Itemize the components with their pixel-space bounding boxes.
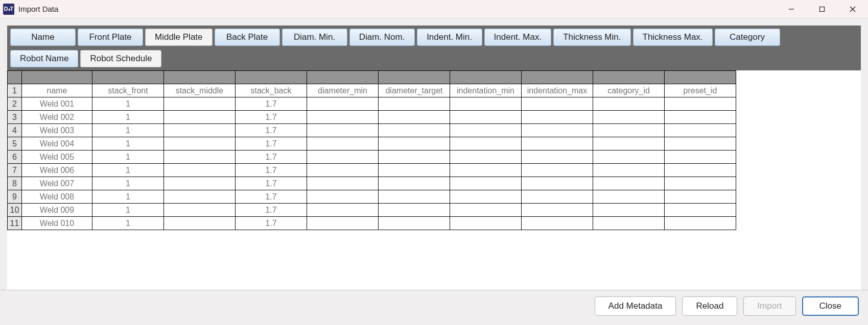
maximize-button[interactable]	[807, 0, 837, 18]
row-number[interactable]: 7	[8, 164, 22, 177]
column-button-indent-min-[interactable]: Indent. Min.	[417, 29, 482, 46]
column-header-blank[interactable]	[22, 71, 92, 84]
cell[interactable]: 1	[92, 164, 164, 177]
cell[interactable]	[665, 164, 736, 177]
column-header-blank[interactable]	[450, 71, 522, 84]
cell[interactable]	[379, 97, 450, 111]
cell[interactable]	[450, 190, 522, 204]
cell[interactable]: 1.7	[236, 124, 307, 137]
cell[interactable]: 1	[92, 151, 164, 164]
cell[interactable]	[593, 164, 665, 177]
cell[interactable]: Weld 002	[22, 111, 92, 124]
column-header-blank[interactable]	[307, 71, 379, 84]
cell[interactable]	[522, 97, 593, 111]
column-header-blank[interactable]	[164, 71, 236, 84]
cell[interactable]	[307, 164, 379, 177]
column-header-blank[interactable]	[593, 71, 665, 84]
cell[interactable]	[522, 177, 593, 190]
cell[interactable]	[307, 151, 379, 164]
cell[interactable]	[450, 151, 522, 164]
column-button-robot-schedule[interactable]: Robot Schedule	[80, 50, 161, 67]
cell[interactable]: 1.7	[236, 217, 307, 230]
cell[interactable]	[450, 97, 522, 111]
row-number[interactable]: 10	[8, 204, 22, 217]
cell[interactable]	[379, 204, 450, 217]
cell[interactable]: 1.7	[236, 190, 307, 204]
cell[interactable]: 1.7	[236, 177, 307, 190]
cell[interactable]	[665, 204, 736, 217]
cell[interactable]	[593, 137, 665, 151]
cell[interactable]	[450, 177, 522, 190]
column-header-blank[interactable]	[665, 71, 736, 84]
cell[interactable]	[593, 97, 665, 111]
field-header[interactable]: preset_id	[665, 84, 736, 97]
cell[interactable]	[307, 204, 379, 217]
cell[interactable]	[164, 177, 236, 190]
cell[interactable]	[379, 190, 450, 204]
column-button-robot-name[interactable]: Robot Name	[10, 50, 78, 67]
field-header[interactable]: indentation_max	[522, 84, 593, 97]
column-header-blank[interactable]	[522, 71, 593, 84]
cell[interactable]	[450, 137, 522, 151]
row-number[interactable]: 3	[8, 111, 22, 124]
minimize-button[interactable]	[776, 0, 807, 18]
cell[interactable]	[593, 190, 665, 204]
column-button-category[interactable]: Category	[715, 29, 780, 46]
cell[interactable]	[379, 217, 450, 230]
field-header[interactable]: stack_back	[236, 84, 307, 97]
cell[interactable]: 1	[92, 177, 164, 190]
cell[interactable]	[522, 190, 593, 204]
cell[interactable]: 1	[92, 124, 164, 137]
cell[interactable]	[307, 137, 379, 151]
column-header-blank[interactable]	[379, 71, 450, 84]
cell[interactable]	[379, 137, 450, 151]
cell[interactable]	[164, 190, 236, 204]
cell[interactable]	[164, 137, 236, 151]
row-number[interactable]: 8	[8, 177, 22, 190]
cell[interactable]	[522, 217, 593, 230]
cell[interactable]	[593, 177, 665, 190]
cell[interactable]	[307, 111, 379, 124]
corner-cell[interactable]	[8, 71, 22, 84]
cell[interactable]	[450, 111, 522, 124]
cell[interactable]	[164, 97, 236, 111]
cell[interactable]	[164, 111, 236, 124]
cell[interactable]	[665, 190, 736, 204]
cell[interactable]	[665, 137, 736, 151]
cell[interactable]: Weld 010	[22, 217, 92, 230]
close-button[interactable]: Close	[802, 296, 859, 316]
row-number[interactable]: 1	[8, 84, 22, 97]
cell[interactable]: Weld 006	[22, 164, 92, 177]
cell[interactable]	[164, 151, 236, 164]
cell[interactable]: 1	[92, 204, 164, 217]
cell[interactable]: Weld 009	[22, 204, 92, 217]
row-number[interactable]: 4	[8, 124, 22, 137]
cell[interactable]	[164, 124, 236, 137]
cell[interactable]	[307, 190, 379, 204]
field-header[interactable]: stack_middle	[164, 84, 236, 97]
cell[interactable]	[307, 124, 379, 137]
cell[interactable]	[450, 204, 522, 217]
field-header[interactable]: diameter_min	[307, 84, 379, 97]
cell[interactable]	[379, 177, 450, 190]
column-button-diam-min-[interactable]: Diam. Min.	[282, 29, 347, 46]
cell[interactable]: 1.7	[236, 111, 307, 124]
row-number[interactable]: 2	[8, 97, 22, 111]
cell[interactable]	[665, 97, 736, 111]
field-header[interactable]: indentation_min	[450, 84, 522, 97]
cell[interactable]	[593, 204, 665, 217]
column-header-blank[interactable]	[236, 71, 307, 84]
cell[interactable]	[593, 124, 665, 137]
cell[interactable]	[307, 177, 379, 190]
cell[interactable]: Weld 008	[22, 190, 92, 204]
reload-button[interactable]: Reload	[682, 296, 737, 316]
cell[interactable]: 1	[92, 111, 164, 124]
cell[interactable]	[522, 151, 593, 164]
cell[interactable]	[522, 204, 593, 217]
cell[interactable]: Weld 003	[22, 124, 92, 137]
cell[interactable]	[450, 124, 522, 137]
cell[interactable]	[665, 177, 736, 190]
cell[interactable]	[450, 164, 522, 177]
row-number[interactable]: 6	[8, 151, 22, 164]
cell[interactable]: 1.7	[236, 164, 307, 177]
